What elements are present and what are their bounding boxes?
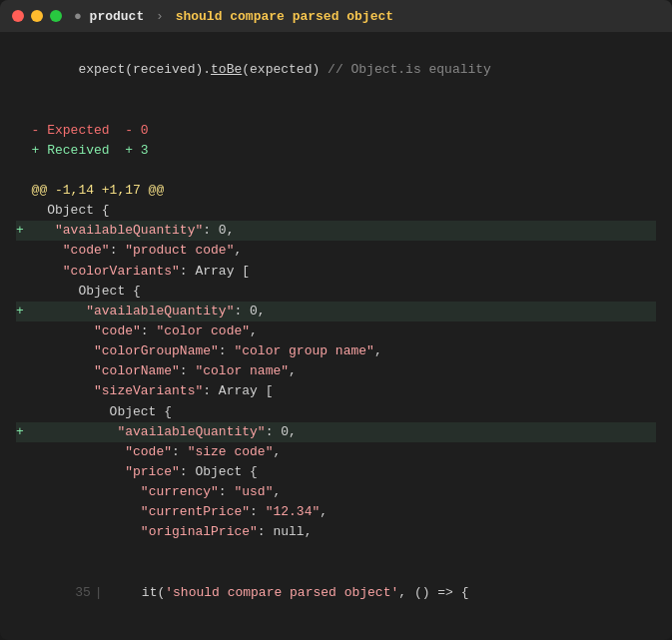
breadcrumb-suite: product — [90, 9, 145, 24]
maximize-button[interactable] — [50, 10, 62, 22]
terminal-window: ● product › should compare parsed object… — [0, 0, 672, 640]
code-line-6: "colorGroupName": "color group name", — [16, 341, 656, 361]
close-button[interactable] — [12, 10, 24, 22]
breadcrumb: ● product › should compare parsed object — [74, 9, 393, 24]
code-line-13: "currentPrice": "12.34", — [16, 502, 656, 522]
code-line-4: Object { — [16, 282, 656, 302]
numbered-line-35: 35| it('should compare parsed object', (… — [16, 563, 656, 623]
code-line-1: Object { — [16, 201, 656, 221]
code-line-14: "originalPrice": null, — [16, 522, 656, 542]
breadcrumb-test: should compare parsed object — [176, 9, 393, 24]
titlebar: ● product › should compare parsed object — [0, 0, 672, 32]
code-line-5: "code": "color code", — [16, 321, 656, 341]
expect-line: expect(received).toBe(expected) // Objec… — [16, 40, 656, 100]
code-line-added-2: + "availableQuantity": 0, — [16, 302, 656, 321]
code-line-7: "colorName": "color name", — [16, 361, 656, 381]
code-line-10: "code": "size code", — [16, 442, 656, 462]
code-line-added-1: + "availableQuantity": 0, — [16, 221, 656, 241]
code-line-added-3: + "availableQuantity": 0, — [16, 422, 656, 442]
minimize-button[interactable] — [31, 10, 43, 22]
test-output: expect(received).toBe(expected) // Objec… — [0, 32, 672, 640]
code-line-12: "currency": "usd", — [16, 482, 656, 502]
blank-line-3 — [16, 543, 656, 563]
numbered-line-36: 36| // when/then: — [16, 623, 656, 640]
breadcrumb-arrow: › — [148, 9, 171, 24]
code-line-9: Object { — [16, 402, 656, 422]
diff-expected: - Expected - 0 — [16, 121, 656, 141]
diff-received: + Received + 3 — [16, 141, 656, 161]
code-line-8: "sizeVariants": Array [ — [16, 381, 656, 401]
code-line-2: "code": "product code", — [16, 241, 656, 261]
blank-line-2 — [16, 161, 656, 181]
breadcrumb-prefix: ● — [74, 9, 90, 24]
code-line-3: "colorVariants": Array [ — [16, 262, 656, 282]
blank-line-1 — [16, 100, 656, 120]
code-line-11: "price": Object { — [16, 462, 656, 482]
traffic-lights — [12, 10, 62, 22]
hunk-header: @@ -1,14 +1,17 @@ — [16, 181, 656, 201]
